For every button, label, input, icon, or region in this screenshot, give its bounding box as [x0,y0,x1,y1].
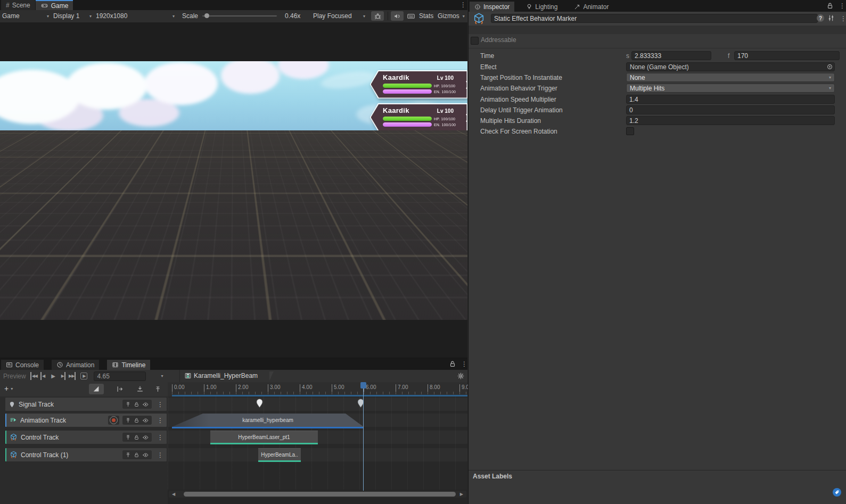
timeline-hscrollbar[interactable]: ◀ ▶ [169,491,466,498]
debug-bug-button[interactable] [371,11,384,21]
timeline-time-input[interactable] [94,371,146,381]
delay-input[interactable] [626,105,835,114]
scroll-right-icon[interactable]: ▶ [457,492,466,497]
anim-trigger-row: Animation Behavior Trigger Multiple Hits… [469,84,846,93]
hits-duration-input[interactable] [626,116,835,125]
hp-bar [14,254,60,258]
prev-frame-button[interactable]: ◀ [40,372,48,380]
tab-console[interactable]: Console [1,360,44,370]
ability-card[interactable]: Ability Name Category 10 [174,260,208,320]
track-animation[interactable]: Animation Track ⋮ [5,414,167,427]
ripple-mode-button[interactable] [112,384,127,394]
asset-labels-header[interactable]: Asset Labels [469,470,846,482]
tab-timeline[interactable]: Timeline [107,360,150,370]
speed-multiplier-input[interactable] [626,95,835,104]
playhead-line[interactable] [363,389,364,498]
scroll-left-icon[interactable]: ◀ [169,492,178,497]
track-control[interactable]: Control Track ⋮ [5,431,167,444]
lock-icon[interactable] [826,2,834,10]
field-label: Animation Behavior Trigger [480,85,557,92]
effect-object-field[interactable]: None (Game Object) [626,62,835,71]
lock-icon[interactable] [134,434,139,441]
track-menu-icon[interactable]: ⋮ [155,416,166,425]
timeline-ruler[interactable]: 0.00 1.00 2.00 3.00 4.00 5.00 6.00 7.00 … [168,382,467,397]
timeline-asset-icon [184,372,192,379]
stats-button[interactable]: Stats [419,11,433,21]
eye-icon[interactable] [142,417,149,424]
field-label: Delay Until Trigger Animation [480,106,563,114]
edit-pin-button[interactable] [152,384,163,394]
playhead-handle[interactable] [360,382,366,389]
play-button[interactable]: ▶ [48,371,58,381]
eye-icon[interactable] [142,434,149,441]
tab-inspector[interactable]: Inspector [470,2,514,12]
goto-end-button[interactable]: ▶▶ [65,372,76,380]
input-debug-button[interactable] [405,11,417,21]
game-target-dropdown[interactable]: Game▾ [2,11,49,21]
timeline-breadcrumb[interactable]: Karamelli_HyperBeam [194,372,258,379]
preview-toggle[interactable]: Preview [0,373,30,380]
lock-icon[interactable] [134,401,139,408]
timeline-settings-icon[interactable] [457,372,465,380]
eye-icon[interactable] [142,452,149,458]
cloud-distant-3 [367,152,467,216]
anim-trigger-dropdown[interactable]: Multiple Hits ▾ [626,84,835,93]
addressable-checkbox[interactable] [471,37,479,45]
component-menu-icon[interactable]: ⋮ [838,14,846,23]
tab-animator[interactable]: Animator [569,2,613,12]
object-picker-icon[interactable] [826,63,833,70]
ability-card[interactable]: Ability Name Category 10 [212,260,246,320]
lock-icon[interactable] [134,452,139,458]
track-menu-icon[interactable]: ⋮ [155,451,166,459]
tab-lighting[interactable]: Lighting [521,2,562,12]
pin-icon[interactable] [125,417,131,424]
eye-icon[interactable] [142,401,149,408]
clip-hyperbeamlaser-pt1[interactable]: HyperBeamLaser_pt1 [210,431,318,444]
mix-mode-button[interactable] [89,384,104,394]
track-signal[interactable]: Signal Track ⋮ [5,398,167,411]
clip-karamelli-hyperbeam[interactable]: karamelli_hyperbeam [172,414,364,428]
mute-audio-button[interactable] [391,11,404,21]
display-dropdown[interactable]: Display 1▾ [53,11,92,21]
tab-scene[interactable]: # Scene [1,0,35,10]
time-frames-input[interactable] [734,51,840,60]
track-control-1[interactable]: Control Track (1) ⋮ [5,448,167,461]
next-frame-button[interactable]: ▶ [58,372,65,380]
target-position-dropdown[interactable]: None ▾ [626,73,835,82]
tab-animation[interactable]: Animation [52,360,99,370]
label-tag-button[interactable] [833,488,841,497]
clip-hyperbeamlaser-2[interactable]: HyperBeamLa.. [258,448,301,462]
play-range-button[interactable]: ▶ [77,371,91,381]
gizmos-dropdown[interactable]: Gizmos▾ [438,11,464,21]
time-seconds-input[interactable] [631,51,711,60]
add-track-button[interactable]: +▾ [4,384,13,393]
presets-icon[interactable] [827,14,835,22]
help-icon[interactable]: ? [817,14,824,22]
panel-menu-icon[interactable]: ⋮ [837,2,846,10]
ability-card[interactable]: Ability Name Category 10 [250,260,284,320]
divider [469,48,846,48]
pin-icon[interactable] [125,401,131,408]
signal-marker-selected[interactable] [256,399,263,408]
lock-icon[interactable] [134,417,139,424]
resolution-dropdown[interactable]: 1920x1080▾ [96,11,175,21]
track-menu-icon[interactable]: ⋮ [155,400,166,409]
tab-game[interactable]: Game [36,0,73,10]
replace-mode-button[interactable] [133,384,147,394]
hp-label: HP. 100/100 [62,288,83,292]
record-button[interactable] [110,416,118,424]
pane-menu-icon[interactable]: ⋮ [458,1,469,9]
lock-icon[interactable] [449,360,456,368]
pin-icon[interactable] [125,434,131,441]
marker-title-field[interactable]: Static Effect Behavior Marker [491,14,818,23]
screen-rotation-checkbox[interactable] [626,127,634,135]
pin-icon[interactable] [125,452,131,458]
scrollbar-handle[interactable] [184,492,456,497]
track-menu-icon[interactable]: ⋮ [155,433,166,442]
time-options-icon[interactable]: ▾ [161,374,163,378]
scale-slider[interactable] [202,15,277,16]
play-focused-dropdown[interactable]: Play Focused▾ [313,11,365,21]
goto-start-button[interactable]: ◀◀ [30,372,40,380]
scale-slider-knob[interactable] [204,13,209,18]
ability-card[interactable]: Ability Name Category 10 [289,260,323,320]
